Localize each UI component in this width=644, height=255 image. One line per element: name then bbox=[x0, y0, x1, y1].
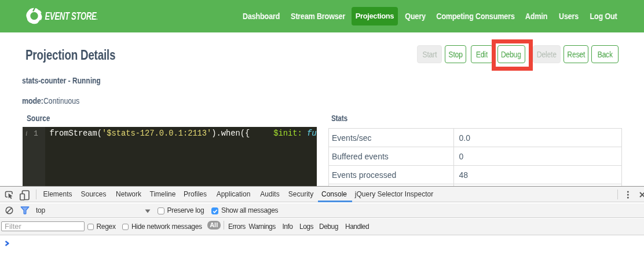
svg-text:EVENT STORE.: EVENT STORE. bbox=[45, 10, 98, 21]
